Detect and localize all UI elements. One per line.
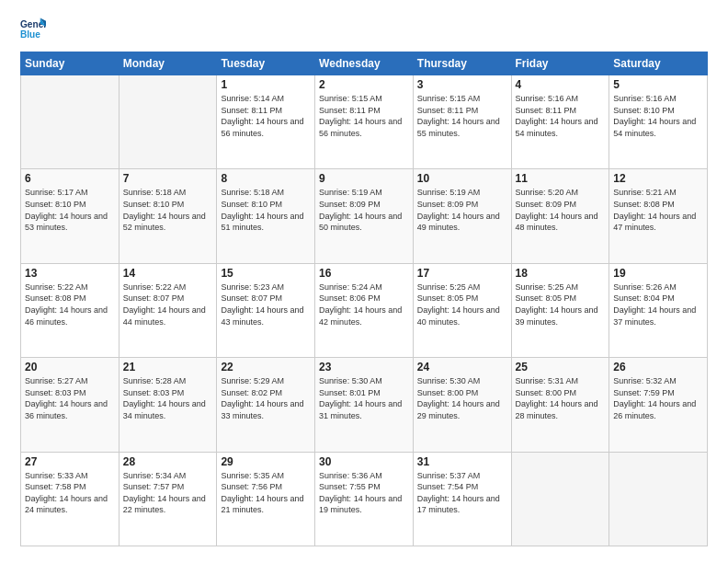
calendar-cell: 15Sunrise: 5:23 AMSunset: 8:07 PMDayligh… — [217, 263, 315, 357]
cell-info: Sunrise: 5:23 AMSunset: 8:07 PMDaylight:… — [221, 282, 311, 327]
calendar-cell — [609, 452, 708, 546]
calendar-week-row: 27Sunrise: 5:33 AMSunset: 7:58 PMDayligh… — [21, 452, 708, 546]
day-number: 24 — [417, 361, 507, 373]
calendar-cell: 17Sunrise: 5:25 AMSunset: 8:05 PMDayligh… — [413, 263, 511, 357]
calendar-cell: 28Sunrise: 5:34 AMSunset: 7:57 PMDayligh… — [119, 452, 217, 546]
calendar-cell: 19Sunrise: 5:26 AMSunset: 8:04 PMDayligh… — [609, 263, 708, 357]
calendar-cell: 16Sunrise: 5:24 AMSunset: 8:06 PMDayligh… — [315, 263, 414, 357]
cell-info: Sunrise: 5:27 AMSunset: 8:03 PMDaylight:… — [25, 375, 115, 421]
cell-info: Sunrise: 5:15 AMSunset: 8:11 PMDaylight:… — [319, 93, 409, 139]
cell-info: Sunrise: 5:18 AMSunset: 8:10 PMDaylight:… — [123, 187, 213, 233]
weekday-header-friday: Friday — [511, 52, 609, 75]
header: General Blue — [20, 17, 708, 42]
cell-info: Sunrise: 5:30 AMSunset: 8:00 PMDaylight:… — [417, 375, 507, 421]
weekday-header-wednesday: Wednesday — [315, 52, 414, 75]
cell-info: Sunrise: 5:35 AMSunset: 7:56 PMDaylight:… — [221, 470, 311, 516]
cell-info: Sunrise: 5:36 AMSunset: 7:55 PMDaylight:… — [319, 470, 409, 516]
cell-info: Sunrise: 5:25 AMSunset: 8:05 PMDaylight:… — [417, 282, 507, 327]
calendar-cell: 20Sunrise: 5:27 AMSunset: 8:03 PMDayligh… — [21, 358, 119, 452]
calendar-week-row: 6Sunrise: 5:17 AMSunset: 8:10 PMDaylight… — [21, 169, 708, 263]
day-number: 8 — [221, 172, 311, 185]
day-number: 26 — [613, 361, 703, 373]
calendar-cell: 27Sunrise: 5:33 AMSunset: 7:58 PMDayligh… — [21, 452, 119, 546]
calendar-week-row: 20Sunrise: 5:27 AMSunset: 8:03 PMDayligh… — [21, 358, 708, 452]
calendar-cell: 4Sunrise: 5:16 AMSunset: 8:11 PMDaylight… — [511, 75, 609, 169]
calendar-cell: 8Sunrise: 5:18 AMSunset: 8:10 PMDaylight… — [217, 169, 315, 263]
calendar-cell: 11Sunrise: 5:20 AMSunset: 8:09 PMDayligh… — [511, 169, 609, 263]
day-number: 5 — [613, 78, 703, 91]
cell-info: Sunrise: 5:22 AMSunset: 8:07 PMDaylight:… — [123, 282, 213, 327]
weekday-header-tuesday: Tuesday — [217, 52, 315, 75]
cell-info: Sunrise: 5:16 AMSunset: 8:11 PMDaylight:… — [516, 93, 606, 139]
cell-info: Sunrise: 5:24 AMSunset: 8:06 PMDaylight:… — [319, 282, 409, 327]
cell-info: Sunrise: 5:32 AMSunset: 7:59 PMDaylight:… — [613, 375, 703, 421]
day-number: 7 — [123, 172, 213, 185]
day-number: 17 — [417, 267, 507, 280]
calendar-cell — [511, 452, 609, 546]
day-number: 4 — [516, 78, 606, 91]
weekday-header-row: SundayMondayTuesdayWednesdayThursdayFrid… — [21, 52, 708, 75]
calendar-cell: 3Sunrise: 5:15 AMSunset: 8:11 PMDaylight… — [413, 75, 511, 169]
calendar-cell: 2Sunrise: 5:15 AMSunset: 8:11 PMDaylight… — [315, 75, 414, 169]
day-number: 22 — [221, 361, 311, 373]
cell-info: Sunrise: 5:37 AMSunset: 7:54 PMDaylight:… — [417, 470, 507, 516]
cell-info: Sunrise: 5:17 AMSunset: 8:10 PMDaylight:… — [25, 187, 115, 233]
day-number: 1 — [221, 78, 311, 91]
calendar-cell: 25Sunrise: 5:31 AMSunset: 8:00 PMDayligh… — [511, 358, 609, 452]
cell-info: Sunrise: 5:31 AMSunset: 8:00 PMDaylight:… — [516, 375, 606, 421]
calendar-cell: 30Sunrise: 5:36 AMSunset: 7:55 PMDayligh… — [315, 452, 414, 546]
svg-text:Blue: Blue — [20, 29, 40, 40]
day-number: 2 — [319, 78, 409, 91]
day-number: 10 — [417, 172, 507, 185]
calendar-week-row: 13Sunrise: 5:22 AMSunset: 8:08 PMDayligh… — [21, 263, 708, 357]
calendar-cell — [119, 75, 217, 169]
day-number: 12 — [613, 172, 703, 185]
cell-info: Sunrise: 5:25 AMSunset: 8:05 PMDaylight:… — [516, 282, 606, 327]
weekday-header-thursday: Thursday — [413, 52, 511, 75]
day-number: 14 — [123, 267, 213, 280]
calendar-cell: 14Sunrise: 5:22 AMSunset: 8:07 PMDayligh… — [119, 263, 217, 357]
weekday-header-monday: Monday — [119, 52, 217, 75]
logo: General Blue — [20, 17, 46, 42]
calendar-cell: 21Sunrise: 5:28 AMSunset: 8:03 PMDayligh… — [119, 358, 217, 452]
calendar-table: SundayMondayTuesdayWednesdayThursdayFrid… — [20, 52, 708, 546]
day-number: 16 — [319, 267, 409, 280]
cell-info: Sunrise: 5:29 AMSunset: 8:02 PMDaylight:… — [221, 375, 311, 421]
cell-info: Sunrise: 5:14 AMSunset: 8:11 PMDaylight:… — [221, 93, 311, 139]
weekday-header-sunday: Sunday — [21, 52, 119, 75]
cell-info: Sunrise: 5:34 AMSunset: 7:57 PMDaylight:… — [123, 470, 213, 516]
calendar-cell: 23Sunrise: 5:30 AMSunset: 8:01 PMDayligh… — [315, 358, 414, 452]
day-number: 25 — [516, 361, 606, 373]
day-number: 9 — [319, 172, 409, 185]
calendar-cell: 9Sunrise: 5:19 AMSunset: 8:09 PMDaylight… — [315, 169, 414, 263]
day-number: 31 — [417, 455, 507, 468]
calendar-cell: 31Sunrise: 5:37 AMSunset: 7:54 PMDayligh… — [413, 452, 511, 546]
day-number: 30 — [319, 455, 409, 468]
cell-info: Sunrise: 5:28 AMSunset: 8:03 PMDaylight:… — [123, 375, 213, 421]
calendar-cell: 12Sunrise: 5:21 AMSunset: 8:08 PMDayligh… — [609, 169, 708, 263]
cell-info: Sunrise: 5:30 AMSunset: 8:01 PMDaylight:… — [319, 375, 409, 421]
day-number: 27 — [25, 455, 115, 468]
cell-info: Sunrise: 5:26 AMSunset: 8:04 PMDaylight:… — [613, 282, 703, 327]
weekday-header-saturday: Saturday — [609, 52, 708, 75]
calendar-cell — [21, 75, 119, 169]
logo-icon: General Blue — [20, 17, 46, 42]
day-number: 11 — [516, 172, 606, 185]
calendar-cell: 7Sunrise: 5:18 AMSunset: 8:10 PMDaylight… — [119, 169, 217, 263]
day-number: 23 — [319, 361, 409, 373]
cell-info: Sunrise: 5:33 AMSunset: 7:58 PMDaylight:… — [25, 470, 115, 516]
cell-info: Sunrise: 5:18 AMSunset: 8:10 PMDaylight:… — [221, 187, 311, 233]
calendar-cell: 10Sunrise: 5:19 AMSunset: 8:09 PMDayligh… — [413, 169, 511, 263]
day-number: 21 — [123, 361, 213, 373]
day-number: 3 — [417, 78, 507, 91]
calendar-cell: 22Sunrise: 5:29 AMSunset: 8:02 PMDayligh… — [217, 358, 315, 452]
cell-info: Sunrise: 5:16 AMSunset: 8:10 PMDaylight:… — [613, 93, 703, 139]
day-number: 19 — [613, 267, 703, 280]
calendar-cell: 5Sunrise: 5:16 AMSunset: 8:10 PMDaylight… — [609, 75, 708, 169]
day-number: 13 — [25, 267, 115, 280]
cell-info: Sunrise: 5:20 AMSunset: 8:09 PMDaylight:… — [516, 187, 606, 233]
day-number: 29 — [221, 455, 311, 468]
day-number: 18 — [516, 267, 606, 280]
calendar-cell: 1Sunrise: 5:14 AMSunset: 8:11 PMDaylight… — [217, 75, 315, 169]
calendar-cell: 18Sunrise: 5:25 AMSunset: 8:05 PMDayligh… — [511, 263, 609, 357]
